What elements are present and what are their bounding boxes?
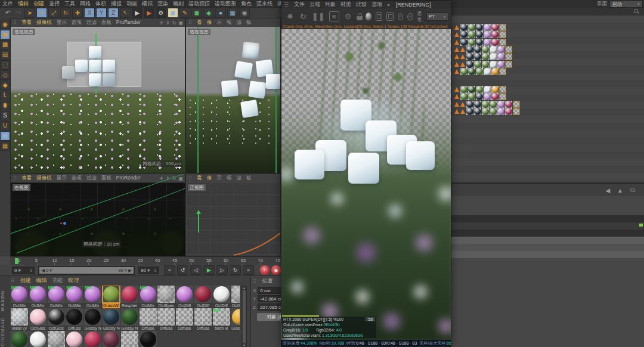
magnet-snap-icon[interactable]: U [0,121,10,131]
expand-triangle-icon[interactable] [454,94,459,99]
channel-dropdown[interactable]: PT▼ [426,13,448,21]
dolly-view-icon[interactable]: ⇕ [166,20,170,26]
material-thumb[interactable] [121,331,138,347]
texture-tag-icon[interactable] [476,24,483,31]
snap-toggle-icon[interactable]: S [0,111,10,120]
transparency-tag-icon[interactable] [513,101,520,108]
material-OctGlos[interactable]: OctGlos [48,308,65,331]
material-OctDiff[interactable]: OctDiff [194,286,212,308]
material-thumb[interactable] [103,331,120,347]
viewport-menu-2[interactable]: 摄像机 [207,18,212,27]
render-menu-4[interactable]: 材质 [340,1,351,8]
texture-tag-icon[interactable] [466,101,473,108]
render-menu-6[interactable]: 选项 [371,1,382,8]
texture-tag-icon[interactable] [460,31,467,38]
expand-triangle-icon[interactable] [454,109,459,114]
texture-axes-mode-icon[interactable]: ▩ [0,40,10,49]
object-row-5[interactable] [454,53,513,60]
material-menu-2[interactable]: 编辑 [36,277,47,284]
texture-tag-icon[interactable] [491,31,499,38]
texture-tag-icon[interactable] [484,24,491,31]
material-scrollbar[interactable]: ▲▼ [242,286,247,347]
pan-view-icon[interactable]: ✛ [159,20,163,26]
menu-item-14[interactable]: 运动图形 [215,0,236,8]
texture-tag-icon[interactable] [490,46,497,53]
undo-icon[interactable]: ↶ [3,8,13,17]
expand-triangle-icon[interactable] [454,32,459,37]
toggle-view-icon[interactable]: ▣ [178,176,183,181]
viewport-menu-2[interactable]: 摄像机 [36,175,52,182]
menu-item-2[interactable]: 编辑 [18,0,29,8]
camera-icon[interactable]: ◉ [239,8,250,18]
texture-tag-icon[interactable] [468,31,475,38]
texture-tag-icon[interactable] [490,61,497,68]
transparency-tag-icon[interactable] [505,53,512,60]
texture-tag-icon[interactable] [476,86,483,93]
restart-render-icon[interactable]: ↻ [299,12,308,21]
expand-triangle-icon[interactable] [454,69,459,74]
menu-item-15[interactable]: 角色 [241,0,252,8]
texture-tag-icon[interactable] [482,108,489,115]
primitive-cube-icon[interactable]: ◼ [168,8,178,18]
material-OctMix[interactable]: MIXOctMix [140,286,157,308]
texture-tag-icon[interactable] [482,61,489,68]
texture-tag-icon[interactable] [468,68,475,75]
texture-tag-icon[interactable] [460,39,467,46]
expand-triangle-icon[interactable] [460,109,465,114]
viewport-menu-1[interactable]: 查看 [21,175,32,182]
texture-tag-icon[interactable] [474,46,481,53]
redo-icon[interactable]: ↷ [14,8,23,17]
render-canvas[interactable]: RTX 2080 SUPER[DT][7.5] %100 58 Out-of-c… [281,29,451,340]
transparency-tag-icon[interactable] [513,108,520,115]
transparency-tag-icon[interactable] [499,31,506,38]
transparency-tag-icon[interactable] [499,39,506,46]
object-row-9[interactable] [454,93,507,100]
frame-range-slider[interactable]: ◀ 0 F 90 F ▶ [38,266,135,275]
viewport-canvas[interactable]: 网格间距 : 100 cm [11,27,185,173]
texture-tag-icon[interactable] [476,68,483,75]
end-frame-field[interactable]: 90 F⇅ [138,267,159,274]
object-row-6[interactable] [454,61,513,68]
render-picture-viewer-icon[interactable]: ▶ [144,8,154,18]
generator-icon[interactable]: ◆ [203,8,214,18]
grid-snap-icon[interactable]: ▦ [0,141,10,151]
menu-item-4[interactable]: 选择 [49,0,60,8]
viewport-menu-2[interactable]: 摄像机 [36,19,52,26]
record-keyframe-button[interactable]: ⚿ [260,265,270,275]
texture-tag-icon[interactable] [468,24,475,31]
material-thumb[interactable] [11,331,28,347]
viewport-menu-5[interactable]: 过滤 [86,175,97,182]
coordinate-system-icon[interactable]: ⭦ [120,8,131,18]
search-icon[interactable] [634,9,639,14]
texture-tag-icon[interactable] [474,61,481,68]
material-GrassWi[interactable]: GrassWi [103,286,120,308]
texture-tag-icon[interactable] [491,24,499,31]
texture-tag-icon[interactable] [476,39,483,46]
material-thumb[interactable] [48,331,65,347]
material-menu-4[interactable]: 纹理 [69,277,79,284]
material-OctMix[interactable]: MIXOctMix [29,286,47,308]
viewport-right[interactable]: ⠿查看摄像机显示选项过滤面板ProRender ✛⇕↻▣ 右视图 网格间距 : … [10,174,185,256]
viewport-menu-5[interactable]: 过滤 [86,19,97,26]
viewport-menu-1[interactable]: 查看 [197,18,202,27]
menu-item-12[interactable]: 雕刻 [173,0,184,8]
material-Glossy N[interactable]: Glossy N [231,308,240,331]
playhead[interactable] [15,258,18,264]
texture-tag-icon[interactable] [505,101,512,108]
viewport-menu-5[interactable]: 过滤 [236,18,242,27]
texture-tag-icon[interactable] [474,108,481,115]
texture-tag-icon[interactable] [490,108,497,115]
timeline-ruler[interactable]: 051015202530354045505560657075 [10,256,281,265]
go-to-start-button[interactable]: « [164,265,175,275]
material-Glossy N[interactable]: Glossy N [103,308,120,331]
texture-tag-icon[interactable] [484,39,491,46]
texture-tag-icon[interactable] [497,46,504,53]
material-OctSpec[interactable]: OctSpec [157,286,175,308]
scale-tool-icon[interactable]: ⤢ [48,8,59,18]
transparency-tag-icon[interactable] [505,46,512,53]
transparency-tag-icon[interactable] [499,68,506,75]
texture-tag-icon[interactable] [466,108,473,115]
menu-item-9[interactable]: 动画 [126,0,137,8]
material-thumb[interactable] [84,331,101,347]
material-Diffuse[interactable]: Diffuse [157,308,175,331]
